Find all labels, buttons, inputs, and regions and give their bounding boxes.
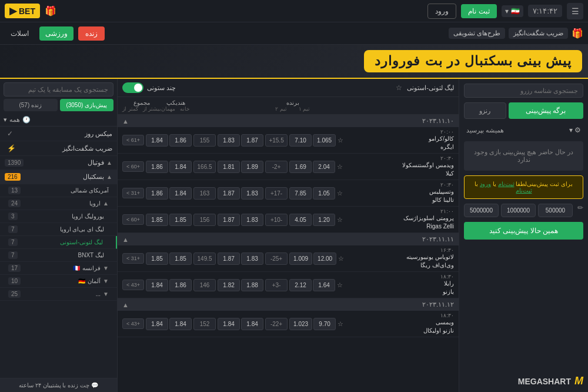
settings-icon[interactable]: ⚙ ▾ xyxy=(569,126,581,134)
live-button[interactable]: زنده xyxy=(78,26,105,41)
promo2-badge[interactable]: طرح‌های تشویقی xyxy=(449,28,505,39)
register-link2[interactable]: ثبت‌نام xyxy=(516,187,532,194)
date-header-1: ▲ ۲۰۲۳.۱۱.۱۰ xyxy=(118,115,459,127)
north-america-count: 13 xyxy=(8,187,21,194)
edit-icon[interactable]: ✏ xyxy=(577,204,583,217)
euroleague-count: 3 xyxy=(8,212,18,220)
match-teams-2: ویدمس اوگستنسکولا کیلا xyxy=(395,161,454,178)
match-teams-1: کالو/کرامو ایگره xyxy=(395,135,454,151)
guest-label: مهمان xyxy=(161,106,175,112)
team2-label: تیم ۲ xyxy=(275,106,287,112)
more-btn-4[interactable]: < 60+ xyxy=(122,214,144,225)
chat-icon: 💬 xyxy=(91,382,98,388)
login-link[interactable]: ورود xyxy=(480,181,491,187)
match-info-3: ۲۰:۳۰ وتسپیلیس تالینا کالو xyxy=(395,182,454,204)
latvia-estonia-count: 7 xyxy=(8,238,18,246)
casino-button[interactable]: اسلات xyxy=(5,26,35,41)
always-ask-label: همیشه بپرسید xyxy=(466,127,504,134)
france-flag-icon: 🇫🇷 xyxy=(73,265,80,271)
sidebar-item-north-america[interactable]: آمریکای شمالی 13 xyxy=(0,184,117,197)
sports-button[interactable]: ورزشی xyxy=(39,26,74,41)
hamburger-button[interactable]: ☰ xyxy=(567,3,583,19)
odd-team2-1[interactable]: 1.86 xyxy=(169,134,192,147)
gift-icon: 🎁 xyxy=(45,5,56,16)
sidebar-item-basketball[interactable]: ▲ بسکتبال 216 xyxy=(0,170,117,184)
sidebar-item-more[interactable]: ▼ ... 25 xyxy=(0,288,117,301)
total-more-1[interactable]: 7.10 xyxy=(289,134,312,147)
center-top-right: لیگ لتونی-استونی ☆ xyxy=(396,84,454,92)
tab-live[interactable]: زنده (57) xyxy=(4,99,58,111)
renzo-button[interactable]: رنزو xyxy=(464,102,506,119)
total-odds-1: 7.10 1.065 xyxy=(289,134,336,147)
odd-2-2[interactable]: 1.84 xyxy=(169,161,192,173)
promo-badge[interactable]: ضریب شگفت‌انگیز xyxy=(509,28,568,39)
register-link[interactable]: ثبت‌نام xyxy=(498,181,514,187)
sidebar-item-france[interactable]: ▼ فرانسه 🇫🇷 17 xyxy=(0,262,117,275)
total-less-1[interactable]: 1.065 xyxy=(313,134,336,147)
stake-5000000[interactable]: 5000000 xyxy=(464,204,499,217)
expand-icon-3[interactable]: ▲ xyxy=(122,301,129,308)
team1-label: تیم ۱ xyxy=(299,106,310,112)
betslip-search-input[interactable] xyxy=(464,84,583,98)
register-button[interactable]: ثبت نام xyxy=(461,4,496,18)
sidebar-item-football[interactable]: ▲ فوتبال 1390 xyxy=(0,156,117,170)
language-flag-button[interactable]: 🇮🇷 ▾ xyxy=(502,5,523,17)
sidebar-item-europe[interactable]: ▲ اروپا 24 xyxy=(0,197,117,210)
sidebar-item-bnxt[interactable]: لیگ BNXT 7 xyxy=(0,249,117,262)
stake-1000000[interactable]: 1000000 xyxy=(501,204,536,217)
total-val-1: +15.5 xyxy=(265,134,288,147)
odd-1-2[interactable]: 1.86 xyxy=(146,161,168,173)
league-star-icon[interactable]: ☆ xyxy=(396,84,402,92)
euroleague-name: یورولیگ اروپا xyxy=(72,213,104,220)
north-america-name: آمریکای شمالی xyxy=(71,187,109,194)
match-info-1: ۲۰:۰۰ کالو/کرامو ایگره xyxy=(395,129,454,151)
more-btn-2[interactable]: < 60+ xyxy=(122,161,144,172)
expand-icon-1[interactable]: ▲ xyxy=(122,118,129,125)
bet-logo: BET ▶ xyxy=(5,4,40,18)
place-bet-button[interactable]: همین حالا پیش‌بینی کنید xyxy=(464,222,583,240)
bet-arrow-icon: ▶ xyxy=(9,5,16,16)
tab-prebets[interactable]: پیش‌بازی (3050) xyxy=(60,99,114,111)
check-icon: ✓ xyxy=(7,129,13,138)
star-match-1[interactable]: ☆ xyxy=(338,137,343,144)
betslip-button[interactable]: برگه پیش‌بینی xyxy=(509,102,583,119)
stake-500000[interactable]: 500000 xyxy=(538,204,573,217)
sidebar-item-euroleague[interactable]: یورولیگ اروپا 3 xyxy=(0,210,117,223)
handicap-guest-1[interactable]: 1.87 xyxy=(241,134,263,147)
abi-name: لیگ ای بی‌ای اروپا xyxy=(60,226,104,232)
stake-buttons: ✏ 500000 1000000 5000000 xyxy=(464,204,583,217)
more-btn-3[interactable]: < 31+ xyxy=(122,188,144,198)
expand-icon-2[interactable]: ▲ xyxy=(122,236,129,243)
match-row-2: ۲۰:۳۰ ویدمس اوگستنسکولا کیلا < 60+ 1.86 … xyxy=(118,154,459,180)
bottom-chat[interactable]: 💬 چت زنده با پشتیبان ۲۴ ساعته xyxy=(0,378,117,392)
login-button[interactable]: ورود xyxy=(427,4,456,19)
date-2: ۲۰۲۳.۱۱.۱۱ xyxy=(422,235,454,243)
odds-container-3: < 31+ 1.86 1.84 163 1.87 1.83 +17- 7.85 … xyxy=(122,187,395,200)
sidebar-item-promo[interactable]: ضریب شگفت‌انگیز ⚡ xyxy=(0,141,117,156)
multi-col-toggle[interactable] xyxy=(122,82,143,93)
odd-4-2[interactable]: 1.89 xyxy=(241,161,263,173)
odd-team1-1[interactable]: 1.84 xyxy=(146,134,168,147)
winner-col-header: برنده تیم ۱ تیم ۲ xyxy=(190,99,395,112)
sidebar-item-mix[interactable]: میکس روز ✓ xyxy=(0,127,117,141)
more-name: ... xyxy=(96,291,101,297)
sidebar-item-germany[interactable]: ▼ آلمان 🇩🇪 10 xyxy=(0,275,117,288)
or-text: یا xyxy=(493,181,496,187)
more-btn-1[interactable]: < 61+ xyxy=(122,135,144,145)
odd-3-2[interactable]: 1.81 xyxy=(218,161,240,173)
bnxt-count: 7 xyxy=(8,251,18,259)
odd-5-2[interactable]: 1.69 xyxy=(289,161,312,173)
handicap-home-1[interactable]: 1.83 xyxy=(218,134,240,147)
right-search-input[interactable] xyxy=(4,82,113,97)
date-group-1: ▲ ۲۰۲۳.۱۱.۱۰ ۲۰:۰۰ کالو/کرامو ایگره < 61… xyxy=(118,115,459,233)
main-layout: برگه پیش‌بینی رنزو ⚙ ▾ همیشه بپرسید در ح… xyxy=(0,79,588,392)
odds-container-1: < 61+ 1.84 1.86 155 1.83 1.87 +15.5 7.10… xyxy=(122,134,395,147)
odd-6-2[interactable]: 2.04 xyxy=(313,161,335,173)
sidebar-item-latvia-estonia[interactable]: لیگ لتونی-استونی 7 xyxy=(0,236,117,249)
filter-dropdown-icon[interactable]: ▾ xyxy=(4,116,7,124)
promo-gift-icon: 🎁 xyxy=(572,28,583,39)
sidebar-item-abi[interactable]: لیگ ای بی‌ای اروپا 7 xyxy=(0,223,117,236)
total-col-header: مجموع بیشتر از کمتر از xyxy=(122,99,161,112)
center-top-controls: لیگ لتونی-استونی ☆ چند ستونی xyxy=(118,79,459,97)
second-bar-left: 🎁 ضریب شگفت‌انگیز طرح‌های تشویقی xyxy=(449,28,583,39)
